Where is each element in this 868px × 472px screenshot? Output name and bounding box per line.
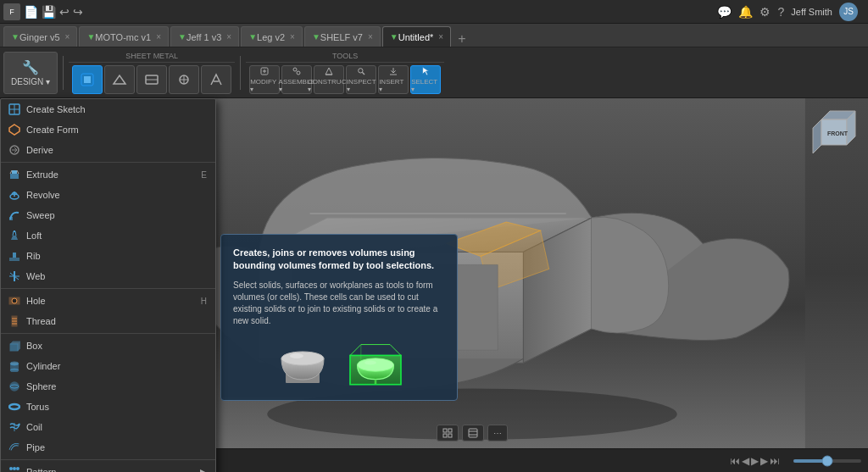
menu-item-cylinder[interactable]: Cylinder [1,356,215,376]
menu-item-derive[interactable]: Derive [1,140,215,160]
tool-btn-5[interactable] [201,65,231,94]
menu-item-revolve[interactable]: Revolve [1,185,215,205]
menu-label: Hole [26,296,46,306]
cylinder-menu-icon [8,359,21,373]
menu-item-create-form[interactable]: Create Form [1,119,215,140]
tab-label: MOTO-mc v1 [95,32,151,42]
viewport-display-btn[interactable] [462,425,484,441]
menu-item-pipe[interactable]: Pipe [1,437,215,458]
file-icon[interactable]: 📄 [24,5,38,19]
modify-tool[interactable]: MODIFY ▾ [249,65,280,94]
notification-icon[interactable]: 🔔 [738,5,753,19]
tool-btn-4[interactable] [169,65,199,94]
play-play-btn[interactable]: ▶ [751,455,759,467]
tab-close-leg[interactable]: × [290,32,295,42]
menu-label: Sweep [26,210,55,220]
menu-item-coil[interactable]: Coil [1,417,215,437]
tab-label: Leg v2 [257,32,285,42]
help-icon[interactable]: ? [777,5,784,19]
menu-item-sphere[interactable]: Sphere [1,376,215,397]
viewport-more-btn[interactable]: ⋯ [487,425,508,441]
derive-menu-icon [8,143,21,157]
select-icon [418,66,433,76]
tool-icon-2 [112,72,127,87]
menu-item-box[interactable]: Box [1,336,215,356]
more-dots-icon: ⋯ [493,429,502,438]
avatar[interactable]: JS [839,3,858,21]
tab-shelf[interactable]: ▼ SHELF v7 × [304,26,381,47]
tab-close-shelf[interactable]: × [368,32,373,42]
svg-rect-1 [84,76,91,83]
viewport-grid-btn[interactable] [437,425,459,441]
svg-line-24 [17,170,19,174]
tab-close-jeff[interactable]: × [226,32,231,42]
menu-label: Cylinder [26,361,60,371]
sketch-menu-icon [8,103,21,116]
app-logo: F [3,3,20,20]
inspect-tool[interactable]: INSPECT ▾ [346,65,376,94]
select-tool[interactable]: SELECT ▾ [410,65,441,94]
undo-icon[interactable]: ↩ [59,5,70,19]
tab-label: Jeff 1 v3 [186,32,221,42]
menu-item-pattern[interactable]: Pattern ▶ [1,462,215,472]
tool-icon-1 [80,72,95,87]
menu-item-extrude[interactable]: Extrude E [1,164,215,185]
play-prev-btn[interactable]: ◀ [742,455,749,467]
toolbar-divider-1 [63,56,64,90]
play-end-btn[interactable]: ⏭ [770,455,780,467]
loft-menu-icon [8,229,21,242]
construct-icon [321,66,337,76]
tool-btn-1[interactable] [72,65,103,94]
tab-label: SHELF v7 [320,32,363,42]
menu-item-thread[interactable]: Thread [1,311,215,331]
design-icon: 🔧 [22,59,39,75]
tab-untitled[interactable]: ▼ Untitled* × [382,26,451,47]
tab-close-moto[interactable]: × [156,32,161,42]
tool-btn-3[interactable] [136,65,167,94]
tab-add-button[interactable]: + [453,31,470,47]
tab-ginger[interactable]: ▼ Ginger v5 × [3,26,77,47]
construct-label: CONSTRUCT ▾ [308,78,350,93]
design-button[interactable]: 🔧 DESIGN ▾ [3,52,58,94]
menu-separator-3 [1,333,215,334]
menu-item-torus[interactable]: Torus [1,397,215,417]
menu-item-hole[interactable]: Hole H [1,291,215,311]
tab-moto[interactable]: ▼ MOTO-mc v1 × [79,26,169,47]
svg-rect-21 [10,174,19,179]
menu-separator-2 [1,288,215,289]
tab-icon: ▼ [390,32,398,42]
play-next-btn[interactable]: ▶ [760,455,768,467]
sphere-menu-icon [8,380,21,393]
menu-item-loft[interactable]: Loft [1,225,215,246]
playback-controls: ⏮ ◀ ▶ ▶ ⏭ [730,455,780,467]
menu-item-web[interactable]: Web [1,266,215,286]
extrude-menu-icon [8,168,21,181]
save-icon[interactable]: 💾 [42,5,56,19]
menu-label: Torus [26,402,49,412]
tab-close-ginger[interactable]: × [65,32,70,42]
assemble-icon [289,66,304,76]
tab-jeff[interactable]: ▼ Jeff 1 v3 × [170,26,239,47]
svg-rect-99 [448,429,452,432]
construct-tool[interactable]: CONSTRUCT ▾ [314,65,344,94]
menu-label: Thread [26,316,56,326]
menu-label: Pipe [26,442,45,453]
redo-icon[interactable]: ↪ [73,5,83,19]
insert-tool[interactable]: INSERT ▾ [378,65,409,94]
menu-label: Coil [26,422,42,432]
menu-item-sweep[interactable]: Sweep [1,205,215,225]
settings-icon[interactable]: ⚙ [760,5,771,19]
tab-leg[interactable]: ▼ Leg v2 × [241,26,303,47]
tab-close-untitled[interactable]: × [438,32,443,42]
tab-icon: ▼ [178,32,186,42]
navcube-svg: FRONT [809,107,860,158]
menu-item-create-sketch[interactable]: Create Sketch [1,99,215,119]
svg-rect-32 [13,253,16,258]
navcube[interactable]: FRONT [809,107,860,158]
comment-icon[interactable]: 💬 [717,5,732,19]
menu-item-rib[interactable]: Rib [1,246,215,266]
tool-btn-2[interactable] [104,65,135,94]
form-menu-icon [8,123,21,136]
play-begin-btn[interactable]: ⏮ [730,455,740,467]
svg-point-51 [9,467,13,470]
